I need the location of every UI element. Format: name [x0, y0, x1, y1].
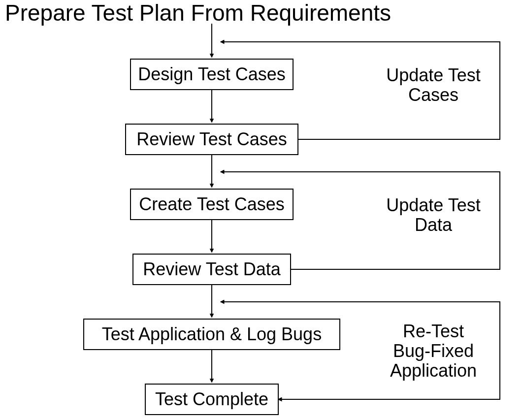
label-retest-3: Application [390, 360, 477, 381]
label-test-app: Test Application & Log Bugs [102, 324, 322, 344]
label-update-cases-2: Cases [408, 85, 458, 105]
label-review-cases: Review Test Cases [136, 129, 287, 149]
label-retest-2: Bug-Fixed [393, 341, 474, 361]
label-update-data-2: Data [415, 215, 453, 235]
label-complete: Test Complete [155, 389, 268, 409]
label-design: Design Test Cases [138, 64, 285, 84]
flowchart: Prepare Test Plan From Requirements Desi… [0, 0, 524, 420]
label-update-cases-1: Update Test [386, 65, 480, 85]
diagram-title: Prepare Test Plan From Requirements [5, 0, 391, 26]
label-create: Create Test Cases [139, 194, 284, 214]
label-retest-1: Re-Test [403, 321, 464, 341]
label-review-data: Review Test Data [143, 259, 281, 279]
label-update-data-1: Update Test [386, 195, 480, 215]
